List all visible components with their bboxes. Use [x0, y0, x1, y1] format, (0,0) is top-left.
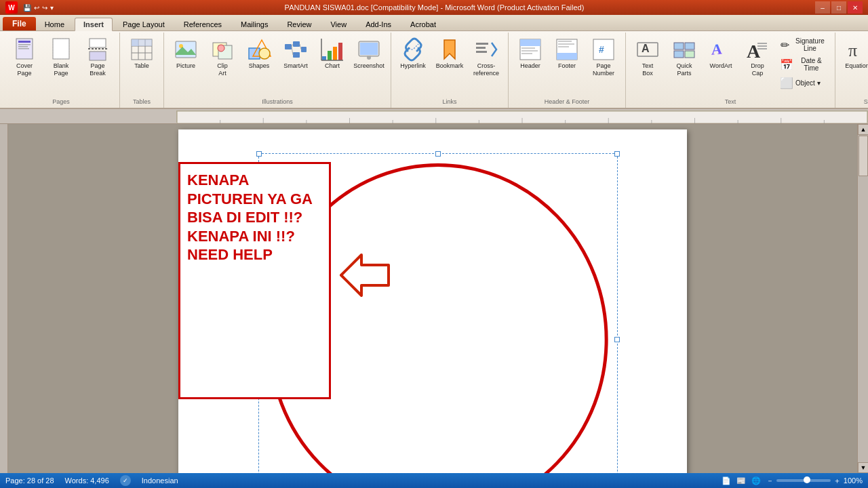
scroll-thumb[interactable] — [859, 136, 868, 176]
picture-icon — [174, 37, 198, 62]
table-label: Table — [134, 62, 149, 70]
table-button[interactable]: Table — [124, 35, 159, 72]
minimize-button[interactable]: – — [815, 1, 830, 14]
tab-acrobat[interactable]: Acrobat — [401, 18, 445, 30]
language-indicator: Indonesian — [142, 476, 178, 485]
quick-access-toolbar[interactable]: W 💾 ↩ ↪ ▾ — [5, 1, 54, 14]
page-break-icon — [85, 37, 110, 62]
maximize-button[interactable]: □ — [831, 1, 846, 14]
hyperlink-button[interactable]: Hyperlink — [395, 35, 431, 72]
tab-pagelayout[interactable]: Page Layout — [114, 18, 174, 30]
quick-redo-btn[interactable]: ↪ — [42, 4, 47, 12]
close-button[interactable]: ✕ — [848, 1, 863, 14]
scroll-up-button[interactable]: ▲ — [858, 124, 868, 135]
tab-review[interactable]: Review — [278, 18, 320, 30]
annotation-textbox: KENAPA PICTUREN YA GA BISA DI EDIT !!? K… — [178, 162, 331, 399]
cover-page-button[interactable]: CoverPage — [7, 35, 42, 79]
quick-parts-label: QuickParts — [676, 62, 692, 77]
screenshot-button[interactable]: Screenshot — [351, 35, 387, 72]
svg-marker-90 — [341, 255, 389, 296]
quick-save-btn[interactable]: 💾 — [23, 4, 31, 12]
svg-rect-63 — [685, 43, 694, 49]
illustrations-group-label: Illustrations — [262, 98, 293, 106]
bookmark-button[interactable]: Bookmark — [432, 35, 467, 72]
quick-undo-btn[interactable]: ↩ — [34, 4, 39, 12]
blank-page-label: BlankPage — [54, 62, 69, 77]
window-controls[interactable]: – □ ✕ — [815, 1, 863, 14]
page-break-label: PageBreak — [90, 62, 106, 77]
view-mode-print[interactable]: 📄 — [722, 476, 731, 485]
picture-button[interactable]: Picture — [168, 35, 203, 72]
svg-rect-55 — [558, 41, 572, 42]
text-group-label: Text — [725, 98, 736, 106]
ribbon-tabs: File Home Insert Page Layout References … — [0, 15, 868, 31]
svg-rect-69 — [757, 45, 767, 47]
svg-line-32 — [292, 47, 293, 55]
blank-page-button[interactable]: BlankPage — [43, 35, 79, 79]
vertical-scrollbar[interactable]: ▲ ▼ — [857, 124, 868, 473]
blank-page-icon — [49, 37, 73, 62]
svg-rect-68 — [757, 43, 767, 44]
ribbon-group-links: Hyperlink Bookmark — [391, 33, 509, 108]
svg-rect-5 — [53, 39, 69, 59]
ribbon-group-pages: CoverPage BlankPage — [3, 33, 120, 108]
tab-view[interactable]: View — [321, 18, 355, 30]
chart-button[interactable]: Chart — [315, 35, 350, 72]
signature-line-button[interactable]: ✏ Signature Line — [776, 35, 831, 54]
footer-button[interactable]: Footer — [549, 35, 585, 72]
zoom-level: 100% — [844, 476, 863, 485]
spell-check-icon[interactable]: ✓ — [120, 475, 131, 486]
date-time-label: Date & Time — [795, 57, 827, 72]
zoom-slider-thumb[interactable] — [804, 476, 810, 483]
tab-home[interactable]: Home — [36, 18, 73, 30]
cross-reference-button[interactable]: Cross-reference — [469, 35, 504, 79]
left-scrollbar[interactable] — [0, 124, 8, 473]
svg-rect-15 — [132, 39, 138, 46]
textbox-button[interactable]: A TextBox — [630, 35, 665, 79]
tab-insert[interactable]: Insert — [75, 18, 113, 31]
clip-art-button[interactable]: ClipArt — [205, 35, 240, 79]
view-mode-web[interactable]: 🌐 — [751, 476, 761, 485]
svg-text:#: # — [599, 44, 604, 55]
arrow-shape — [338, 248, 392, 302]
svg-rect-36 — [333, 47, 337, 60]
wordart-button[interactable]: A WordArt — [703, 35, 738, 72]
svg-rect-51 — [521, 50, 538, 52]
picture-label: Picture — [176, 62, 195, 70]
chart-label: Chart — [325, 62, 340, 70]
svg-rect-62 — [674, 43, 684, 49]
scroll-down-button[interactable]: ▼ — [858, 462, 868, 473]
view-mode-full[interactable]: 📰 — [736, 476, 746, 485]
svg-rect-16 — [138, 39, 145, 46]
object-button[interactable]: ⬜ Object ▾ — [776, 75, 831, 92]
svg-rect-9 — [90, 52, 106, 60]
svg-rect-65 — [685, 51, 694, 58]
pages-group-label: Pages — [52, 98, 70, 106]
ribbon-group-symbols: π Equation Ω Symbol Symbols — [835, 33, 868, 108]
shapes-label: Shapes — [249, 62, 270, 70]
text-column-right: ✏ Signature Line 📅 Date & Time ⬜ Object … — [776, 35, 831, 92]
quick-parts-button[interactable]: QuickParts — [667, 35, 702, 79]
zoom-slider[interactable] — [776, 479, 831, 482]
smartart-button[interactable]: SmartArt — [278, 35, 313, 72]
zoom-in-icon[interactable]: ＋ — [833, 476, 841, 486]
svg-line-31 — [292, 44, 293, 47]
zoom-out-icon[interactable]: － — [766, 476, 774, 486]
svg-rect-50 — [521, 47, 535, 49]
page-break-button[interactable]: PageBreak — [80, 35, 115, 79]
date-time-button[interactable]: 📅 Date & Time — [776, 55, 831, 74]
scroll-track[interactable] — [858, 135, 868, 462]
tab-references[interactable]: References — [175, 18, 231, 30]
header-button[interactable]: Header — [513, 35, 548, 72]
tab-file[interactable]: File — [3, 17, 36, 30]
drop-cap-button[interactable]: A DropCap — [740, 35, 775, 79]
equation-button[interactable]: π Equation — [840, 35, 868, 72]
svg-rect-35 — [328, 51, 332, 60]
page-number-button[interactable]: # PageNumber — [586, 35, 621, 79]
svg-rect-7 — [90, 39, 106, 47]
tab-mailings[interactable]: Mailings — [232, 18, 277, 30]
object-label: Object ▾ — [795, 79, 821, 87]
ribbon-group-illustrations: Picture ClipArt — [164, 33, 391, 108]
shapes-button[interactable]: Shapes — [241, 35, 277, 72]
tab-addins[interactable]: Add-Ins — [357, 18, 400, 30]
